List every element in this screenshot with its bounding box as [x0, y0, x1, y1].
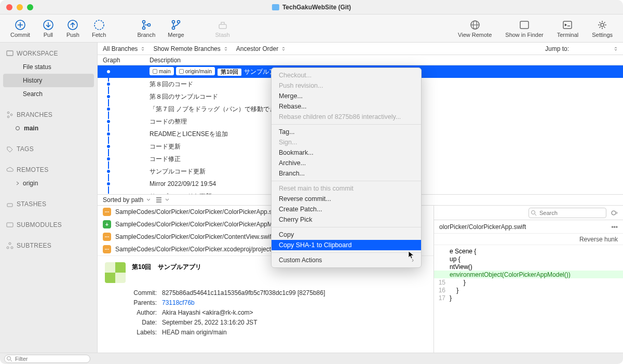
menu-tag[interactable]: Tag... — [272, 127, 421, 137]
svg-point-3 — [94, 20, 104, 30]
stashes-header[interactable]: STASHES — [0, 197, 97, 211]
menu-merge[interactable]: Merge... — [272, 91, 421, 101]
col-graph[interactable]: Graph — [98, 57, 147, 64]
show-in-finder-button[interactable]: Show in Finder — [500, 17, 548, 40]
merge-button[interactable]: Merge — [162, 17, 189, 40]
code-line: e Scene { — [434, 247, 623, 255]
gear-icon — [597, 19, 608, 31]
sidebar-remote-origin[interactable]: origin — [0, 177, 97, 190]
svg-point-27 — [7, 356, 11, 360]
stash-icon — [217, 19, 228, 31]
branch-filter[interactable]: All Branches — [103, 45, 145, 52]
menu-copy-sha[interactable]: Copy SHA-1 to Clipboard — [272, 240, 421, 250]
diff-toolbar — [434, 206, 623, 220]
svg-point-18 — [7, 116, 9, 118]
menu-reverse-commit[interactable]: Reverse commit... — [272, 194, 421, 204]
menu-sign[interactable]: Sign... — [272, 137, 421, 147]
finder-icon — [519, 19, 530, 31]
code-line: 15 } — [434, 278, 623, 286]
date: September 25, 2022 13:16:20 JST — [162, 319, 434, 326]
branch-icon — [6, 111, 13, 118]
order-filter[interactable]: Ancestor Order — [236, 45, 286, 52]
tags-header[interactable]: TAGS — [0, 142, 97, 156]
commit-hash: 8275b86ad54641c11a15356a9fb5c7f038dc1c99… — [162, 289, 434, 296]
parent-link[interactable]: 73118cf76b — [162, 299, 195, 306]
menu-create-patch[interactable]: Create Patch... — [272, 204, 421, 214]
terminal-button[interactable]: Terminal — [552, 17, 584, 40]
branch-button[interactable]: Branch — [132, 17, 160, 40]
pull-icon — [43, 19, 54, 31]
svg-point-23 — [7, 247, 9, 249]
settings-button[interactable]: Settings — [587, 17, 618, 40]
chevron-updown-icon — [224, 47, 228, 51]
search-input[interactable] — [529, 208, 606, 218]
author: Akira Hayashi <akira@rk-k.com> — [162, 309, 434, 316]
menu-bookmark[interactable]: Bookmark... — [272, 147, 421, 158]
reverse-hunk[interactable]: Reverse hunk — [579, 236, 618, 243]
menu-custom-actions[interactable]: Custom Actions› — [272, 255, 421, 265]
window-title: TechGakuWebSite (Git) — [272, 4, 351, 11]
footer — [0, 353, 623, 364]
view-remote-button[interactable]: View Remote — [453, 17, 497, 40]
search-container — [529, 208, 606, 218]
jump-to[interactable]: Jump to: — [545, 45, 618, 52]
col-description[interactable]: Description — [147, 57, 623, 64]
commit-title: 第10回 サンプルアプリ — [132, 262, 201, 272]
zoom-icon[interactable] — [27, 4, 33, 10]
svg-rect-13 — [520, 21, 529, 29]
filter-input[interactable] — [4, 355, 90, 363]
more-icon[interactable]: ••• — [611, 223, 618, 231]
commit-button[interactable]: Commit — [5, 17, 35, 40]
menu-branch[interactable]: Branch... — [272, 168, 421, 179]
sidebar-branch-main[interactable]: main — [0, 122, 97, 135]
diff-code: e Scene {up {ntView()environmentObject(C… — [434, 245, 623, 304]
menu-cherry-pick[interactable]: Cherry Pick — [272, 214, 421, 225]
svg-point-17 — [7, 112, 9, 114]
settings-dropdown-icon[interactable] — [611, 209, 619, 217]
diff-file-header: olorPicker/ColorPickerApp.swift ••• — [434, 220, 623, 234]
chevron-updown-icon — [141, 47, 145, 51]
svg-point-22 — [9, 242, 11, 245]
sidebar-file-status[interactable]: File status — [0, 60, 97, 74]
fetch-button[interactable]: Fetch — [87, 17, 112, 40]
context-menu: Checkout... Push revision... Merge... Re… — [271, 68, 422, 268]
column-header: Graph Description — [98, 55, 623, 65]
avatar — [105, 262, 126, 283]
svg-point-15 — [601, 23, 604, 26]
submodules-header[interactable]: SUBMODULES — [0, 218, 97, 232]
svg-rect-14 — [563, 21, 572, 29]
sidebar-history[interactable]: History — [3, 74, 94, 87]
close-icon[interactable] — [6, 4, 12, 10]
hunk-controls: Reverse hunk — [434, 234, 623, 245]
menu-reset[interactable]: Reset main to this commit — [272, 183, 421, 194]
sort-select[interactable]: Sorted by path — [103, 196, 151, 204]
menu-copy[interactable]: Copy — [272, 230, 421, 240]
menu-rebase-children[interactable]: Rebase children of 8275b86 interactively… — [272, 112, 421, 122]
remote-filter[interactable]: Show Remote Branches — [153, 45, 227, 52]
subtrees-header[interactable]: SUBTREES — [0, 239, 97, 252]
sidebar-search[interactable]: Search — [0, 87, 97, 101]
branches-header[interactable]: BRANCHES — [0, 108, 97, 122]
chevron-right-icon — [16, 181, 20, 185]
view-mode[interactable] — [156, 197, 169, 203]
svg-point-26 — [612, 211, 616, 215]
svg-point-24 — [11, 247, 13, 249]
push-button[interactable]: Push — [61, 17, 85, 40]
menu-checkout[interactable]: Checkout... — [272, 70, 421, 80]
push-icon — [67, 19, 78, 31]
stash-button[interactable]: Stash — [210, 17, 235, 40]
svg-point-7 — [172, 20, 174, 23]
menu-archive[interactable]: Archive... — [272, 158, 421, 168]
minimize-icon[interactable] — [17, 4, 23, 10]
terminal-icon — [562, 19, 573, 31]
pull-button[interactable]: Pull — [37, 17, 59, 40]
svg-point-19 — [10, 114, 12, 116]
cursor-icon — [408, 251, 416, 259]
menu-push-revision[interactable]: Push revision... — [272, 80, 421, 91]
svg-rect-20 — [7, 204, 12, 207]
remotes-header[interactable]: REMOTES — [0, 163, 97, 177]
code-line: 16 } — [434, 286, 623, 294]
code-line: environmentObject(ColorPickerAppModel()) — [434, 271, 623, 278]
svg-rect-21 — [7, 223, 13, 227]
menu-rebase[interactable]: Rebase... — [272, 101, 421, 112]
